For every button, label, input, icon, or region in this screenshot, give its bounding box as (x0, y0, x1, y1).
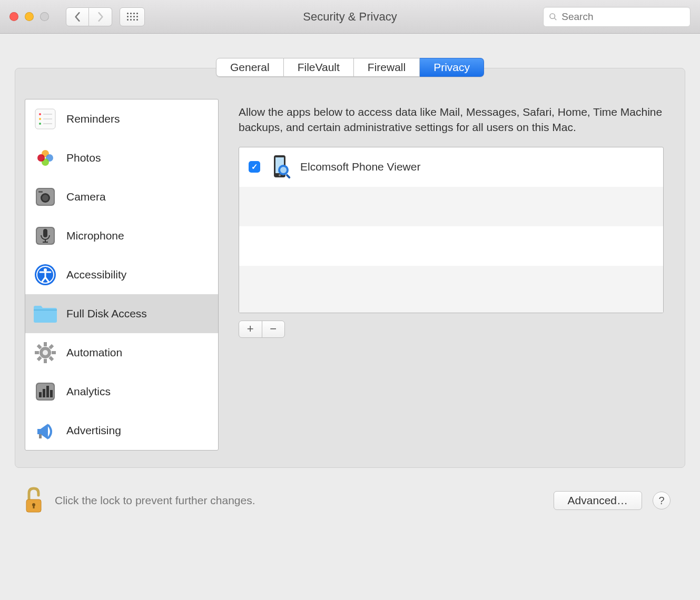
analytics-icon (32, 378, 59, 405)
app-row[interactable]: ✓ Elcomsoft Phone Viewer (239, 147, 663, 187)
sidebar-item-label: Reminders (66, 113, 120, 125)
sidebar-item-label: Photos (66, 152, 101, 164)
sidebar-item-microphone[interactable]: Microphone (25, 216, 218, 255)
svg-point-0 (550, 13, 555, 18)
titlebar: Security & Privacy (0, 0, 700, 34)
tab-privacy[interactable]: Privacy (420, 58, 484, 77)
search-field[interactable] (543, 7, 691, 27)
app-checkbox[interactable]: ✓ (249, 161, 260, 173)
minimize-window-button[interactable] (25, 12, 34, 21)
help-button[interactable]: ? (653, 492, 671, 509)
sidebar-item-label: Accessibility (66, 268, 126, 281)
svg-point-12 (37, 154, 45, 162)
sidebar-item-full-disk-access[interactable]: Full Disk Access (25, 294, 218, 333)
window-controls (9, 12, 49, 21)
svg-rect-43 (50, 390, 53, 397)
gear-icon (32, 339, 59, 366)
sidebar-item-advertising[interactable]: Advertising (25, 411, 218, 450)
zoom-window-button[interactable] (40, 12, 49, 21)
camera-icon (32, 183, 59, 211)
svg-rect-20 (43, 229, 47, 237)
svg-rect-17 (38, 191, 43, 193)
svg-rect-29 (44, 342, 47, 346)
tab-firewall[interactable]: Firewall (354, 58, 420, 77)
main-panel: Allow the apps below to access data like… (227, 99, 675, 451)
remove-app-button[interactable]: − (262, 321, 285, 337)
svg-point-37 (43, 350, 48, 355)
svg-rect-40 (39, 392, 42, 397)
svg-rect-30 (44, 359, 47, 363)
description-text: Allow the apps below to access data like… (227, 99, 675, 147)
privacy-category-list[interactable]: Reminders Photos Camera (25, 99, 219, 451)
svg-rect-42 (46, 386, 49, 397)
app-row-empty (239, 187, 663, 226)
back-button[interactable] (66, 7, 89, 26)
svg-point-3 (39, 113, 41, 115)
sidebar-item-label: Camera (66, 191, 106, 203)
advanced-button[interactable]: Advanced… (554, 491, 642, 510)
sidebar-item-label: Advertising (66, 424, 121, 437)
sidebar-item-label: Automation (66, 346, 122, 359)
app-row-empty (239, 226, 663, 266)
svg-rect-44 (39, 434, 42, 438)
microphone-icon (32, 222, 59, 249)
svg-rect-35 (37, 344, 42, 349)
show-all-button[interactable] (120, 7, 145, 26)
sidebar-item-reminders[interactable]: Reminders (25, 99, 218, 138)
lock-icon[interactable] (22, 485, 45, 516)
svg-point-50 (280, 167, 287, 173)
reminders-icon (32, 105, 59, 133)
svg-rect-54 (33, 505, 35, 508)
grid-icon (127, 13, 138, 21)
tab-general[interactable]: General (216, 58, 284, 77)
svg-line-1 (555, 18, 557, 20)
svg-rect-33 (48, 344, 54, 349)
tab-filevault[interactable]: FileVault (284, 58, 354, 77)
app-icon (268, 154, 293, 179)
window-title: Security & Privacy (303, 10, 397, 24)
tab-bar: General FileVault Firewall Privacy (15, 58, 685, 77)
svg-point-4 (39, 118, 41, 120)
footer: Click the lock to prevent further change… (15, 468, 685, 516)
svg-rect-36 (48, 356, 54, 361)
add-app-button[interactable]: + (239, 321, 262, 337)
search-icon (549, 12, 557, 22)
search-input[interactable] (561, 11, 685, 23)
megaphone-icon (32, 417, 59, 444)
app-list[interactable]: ✓ Elcomsoft Phone Viewer (239, 147, 664, 313)
svg-point-16 (42, 195, 48, 201)
sidebar-item-camera[interactable]: Camera (25, 177, 218, 216)
photos-icon (32, 144, 59, 172)
svg-point-47 (279, 174, 281, 176)
sidebar-item-photos[interactable]: Photos (25, 138, 218, 177)
svg-rect-41 (43, 389, 45, 397)
svg-point-5 (39, 123, 41, 125)
svg-point-26 (44, 268, 47, 272)
folder-icon (32, 300, 59, 327)
app-row-empty (239, 266, 663, 313)
svg-rect-34 (37, 356, 42, 361)
sidebar-item-label: Full Disk Access (66, 307, 147, 320)
nav-buttons (66, 7, 112, 26)
svg-rect-27 (34, 309, 57, 311)
accessibility-icon (32, 261, 59, 288)
forward-button[interactable] (89, 7, 112, 26)
sidebar-item-label: Analytics (66, 385, 111, 398)
lock-text: Click the lock to prevent further change… (55, 494, 255, 507)
svg-rect-32 (52, 351, 56, 354)
sidebar-item-accessibility[interactable]: Accessibility (25, 255, 218, 294)
svg-rect-31 (35, 351, 39, 354)
close-window-button[interactable] (9, 12, 18, 21)
svg-rect-49 (285, 174, 291, 179)
sidebar-item-analytics[interactable]: Analytics (25, 372, 218, 411)
sidebar-item-automation[interactable]: Automation (25, 333, 218, 372)
add-remove-buttons: + − (239, 321, 285, 338)
app-name: Elcomsoft Phone Viewer (300, 161, 420, 173)
sidebar-item-label: Microphone (66, 229, 124, 242)
preferences-panel: Reminders Photos Camera (15, 68, 685, 468)
